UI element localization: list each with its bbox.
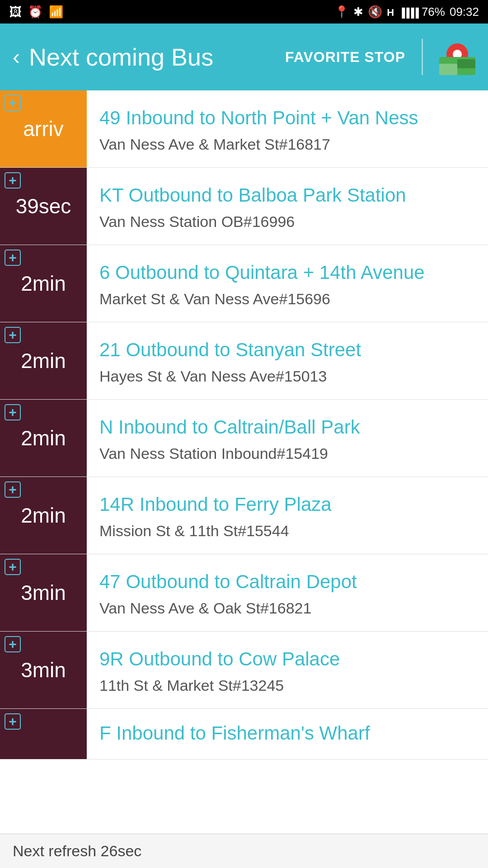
bus-stop-name: Van Ness Station OB#16996 <box>99 213 477 231</box>
bus-time-text: 2min <box>21 426 66 450</box>
bus-info: 9R Outbound to Cow Palace 11th St & Mark… <box>87 632 488 708</box>
bus-time-box: + 2min <box>0 400 87 476</box>
bus-time-box: + 2min <box>0 245 87 322</box>
bus-stop-name: Van Ness Ave & Market St#16817 <box>99 136 477 153</box>
photo-icon <box>9 5 22 19</box>
h-icon <box>387 5 394 19</box>
bus-time-box: + <box>0 709 87 759</box>
bus-time-text: 2min <box>21 271 66 296</box>
bus-info: F Inbound to Fisherman's Wharf <box>87 709 488 759</box>
bus-stop-name: 11th St & Market St#13245 <box>99 677 477 694</box>
refresh-bar: Next refresh 26sec <box>0 834 488 868</box>
add-favorite-button[interactable]: + <box>5 404 21 420</box>
bus-time-box: + 3min <box>0 554 87 631</box>
signal-icon <box>399 5 417 19</box>
bus-time-text: 2min <box>21 503 66 528</box>
status-right-icons: 76% 09:32 <box>334 5 479 19</box>
status-bar: 76% 09:32 <box>0 0 488 24</box>
bus-stop-name: Hayes St & Van Ness Ave#15013 <box>99 368 477 385</box>
bus-route-title: 47 Outbound to Caltrain Depot <box>99 570 477 594</box>
bus-time-box: + arriv <box>0 90 87 167</box>
bus-route-title: KT Outbound to Balboa Park Station <box>99 184 477 208</box>
bus-time-box: + 39sec <box>0 168 87 245</box>
bus-list: + arriv 49 Inbound to North Point + Van … <box>0 90 488 760</box>
page-title: Next coming Bus <box>29 43 276 71</box>
bus-info: 14R Inbound to Ferry Plaza Mission St & … <box>87 477 488 554</box>
alarm-icon <box>28 5 42 19</box>
bus-route-title: 6 Outbound to Quintara + 14th Avenue <box>99 261 477 285</box>
bus-stop-name: Van Ness Station Inbound#15419 <box>99 445 477 462</box>
add-favorite-button[interactable]: + <box>5 327 21 343</box>
bus-route-title: 9R Outbound to Cow Palace <box>99 647 477 671</box>
bus-info: N Inbound to Caltrain/Ball Park Van Ness… <box>87 400 488 476</box>
add-favorite-button[interactable]: + <box>5 172 21 189</box>
bus-route-title: 14R Inbound to Ferry Plaza <box>99 493 477 517</box>
bus-time-text: arriv <box>23 117 63 141</box>
bus-info: 6 Outbound to Quintara + 14th Avenue Mar… <box>87 245 488 322</box>
bus-time-text: 2min <box>21 349 66 373</box>
status-left-icons <box>9 5 63 19</box>
top-bar: ‹ Next coming Bus FAVORITE STOP <box>0 24 488 90</box>
bus-info: 49 Inbound to North Point + Van Ness Van… <box>87 90 488 167</box>
bus-info: 21 Outbound to Stanyan Street Hayes St &… <box>87 322 488 399</box>
bus-time-text: 3min <box>21 580 66 605</box>
add-favorite-button[interactable]: + <box>5 95 21 111</box>
bus-route-title: N Inbound to Caltrain/Ball Park <box>99 415 477 439</box>
bus-item: + 2min 14R Inbound to Ferry Plaza Missio… <box>0 477 488 554</box>
bus-time-box: + 2min <box>0 322 87 399</box>
bus-item: + arriv 49 Inbound to North Point + Van … <box>0 90 488 168</box>
mute-icon <box>368 5 382 19</box>
refresh-text: Next refresh 26sec <box>13 842 141 859</box>
time-text: 09:32 <box>450 5 479 19</box>
back-button[interactable]: ‹ <box>13 46 20 68</box>
divider <box>422 39 423 75</box>
wifi-icon <box>49 5 63 19</box>
bus-time-text: 3min <box>21 658 66 682</box>
add-favorite-button[interactable]: + <box>5 481 21 498</box>
bus-item: + 2min 6 Outbound to Quintara + 14th Ave… <box>0 245 488 322</box>
favorite-stop-button[interactable]: FAVORITE STOP <box>285 49 405 66</box>
bus-info: 47 Outbound to Caltrain Depot Van Ness A… <box>87 554 488 631</box>
bus-item: + 2min N Inbound to Caltrain/Ball Park V… <box>0 400 488 477</box>
bus-stop-name: Market St & Van Ness Ave#15696 <box>99 290 477 308</box>
bus-time-box: + 2min <box>0 477 87 554</box>
add-favorite-button[interactable]: + <box>5 636 21 652</box>
add-favorite-button[interactable]: + <box>5 559 21 575</box>
bluetooth-icon <box>353 5 363 19</box>
battery-text: 76% <box>422 5 445 19</box>
bus-time-box: + 3min <box>0 632 87 708</box>
bus-item: + 3min 47 Outbound to Caltrain Depot Van… <box>0 554 488 632</box>
bus-route-title: F Inbound to Fisherman's Wharf <box>99 722 477 745</box>
bus-item: + F Inbound to Fisherman's Wharf <box>0 709 488 760</box>
add-favorite-button[interactable]: + <box>5 250 21 266</box>
add-favorite-button[interactable]: + <box>5 713 21 730</box>
bus-stop-name: Mission St & 11th St#15544 <box>99 522 477 540</box>
bus-stop-name: Van Ness Ave & Oak St#16821 <box>99 599 477 617</box>
svg-rect-4 <box>457 59 475 68</box>
bus-item: + 3min 9R Outbound to Cow Palace 11th St… <box>0 632 488 709</box>
bus-item: + 39sec KT Outbound to Balboa Park Stati… <box>0 168 488 245</box>
bus-info: KT Outbound to Balboa Park Station Van N… <box>87 168 488 245</box>
location-icon <box>334 5 349 19</box>
map-icon[interactable] <box>439 39 475 75</box>
bus-item: + 2min 21 Outbound to Stanyan Street Hay… <box>0 322 488 400</box>
bus-route-title: 49 Inbound to North Point + Van Ness <box>99 106 477 130</box>
svg-rect-3 <box>439 64 457 75</box>
bus-route-title: 21 Outbound to Stanyan Street <box>99 338 477 362</box>
bus-time-text: 39sec <box>16 194 71 218</box>
